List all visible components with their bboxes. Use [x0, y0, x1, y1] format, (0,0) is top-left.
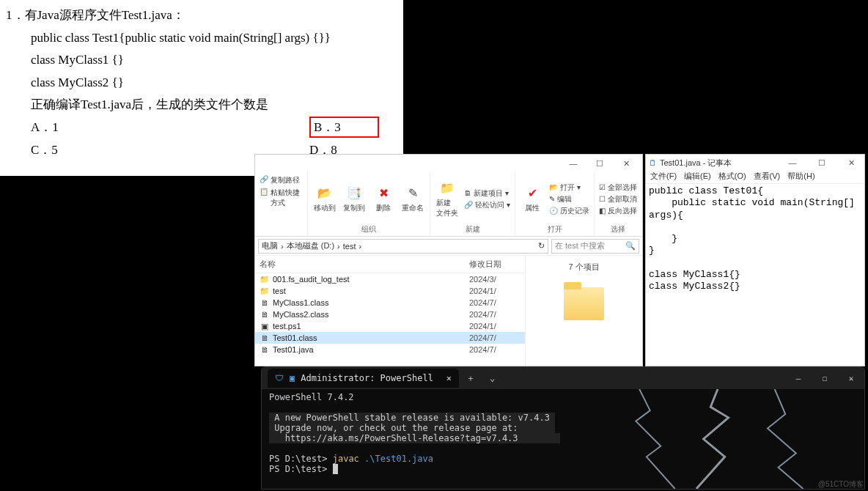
- explorer-ribbon: 🔗复制路径 📋粘贴快捷方式 📂移动到 📑复制到 ✖删除 ✎重命名 组织 📁新建 …: [255, 172, 642, 237]
- file-icon: 🗎: [260, 344, 270, 355]
- history-button[interactable]: 🕘历史记录: [549, 206, 589, 216]
- notepad-content[interactable]: public class Test01{ public static void …: [646, 184, 864, 294]
- move-to-button[interactable]: 📂移动到: [312, 185, 337, 213]
- new-tab-button[interactable]: ＋: [459, 372, 482, 385]
- close-button[interactable]: ✕: [838, 155, 864, 170]
- copy-path-btn[interactable]: 🔗复制路径: [260, 175, 300, 185]
- edit-button[interactable]: ✎编辑: [549, 194, 572, 204]
- question-prompt: 1．有Java源程序文件Test1.java：: [6, 4, 397, 27]
- minimize-button[interactable]: —: [779, 155, 806, 170]
- menu-help[interactable]: 帮助(H): [787, 171, 814, 183]
- open-button[interactable]: 📂打开 ▾: [549, 182, 581, 193]
- file-icon: 🗎: [260, 309, 270, 320]
- file-name: MyClass2.class: [273, 310, 469, 319]
- file-date: 2024/7/: [469, 298, 521, 307]
- terminal-body[interactable]: PowerShell 7.4.2 A new PowerShell stable…: [262, 389, 864, 489]
- maximize-button[interactable]: ☐: [812, 371, 838, 385]
- file-date: 2024/1/: [469, 287, 521, 295]
- properties-icon: ✔: [524, 185, 540, 202]
- select-none-button[interactable]: ☐全部取消: [599, 194, 637, 204]
- maximize-button[interactable]: ☐: [809, 155, 835, 170]
- file-row[interactable]: 🗎Test01.java2024/7/: [255, 344, 525, 355]
- terminal-tab[interactable]: 🛡 ▣ Administrator: PowerShell ✕: [268, 369, 459, 388]
- paste-shortcut-icon: 📋: [260, 188, 268, 208]
- item-count-label: 7 个项目: [568, 262, 599, 273]
- file-date: 2024/1/: [469, 322, 521, 331]
- rename-icon: ✎: [405, 185, 421, 202]
- code-line-2: class MyClass1 {}: [31, 49, 397, 72]
- code-line-3: class MyClass2 {}: [31, 72, 397, 95]
- search-input[interactable]: 在 test 中搜索 🔍: [551, 239, 639, 254]
- copy-to-icon: 📑: [346, 185, 362, 202]
- terminal-titlebar: 🛡 ▣ Administrator: PowerShell ✕ ＋ ⌄ — ☐ …: [262, 367, 864, 389]
- notepad-menubar: 文件(F) 编辑(E) 格式(O) 查看(V) 帮助(H): [646, 171, 864, 184]
- invert-icon: ◧: [599, 207, 606, 215]
- menu-format[interactable]: 格式(O): [718, 171, 746, 183]
- file-row[interactable]: 📁001.fs_audit_log_test2024/3/: [255, 273, 525, 285]
- close-button[interactable]: ✕: [838, 371, 864, 385]
- select-all-icon: ☑: [599, 183, 606, 191]
- file-name: Test01.class: [273, 333, 469, 342]
- preview-pane: 7 个项目: [525, 256, 642, 366]
- open-icon: 📂: [549, 183, 558, 191]
- folder-preview-icon: [564, 287, 604, 320]
- notepad-window: 🗒 Test01.java - 记事本 — ☐ ✕ 文件(F) 编辑(E) 格式…: [645, 154, 865, 366]
- search-placeholder: 在 test 中搜索: [555, 240, 605, 251]
- file-row[interactable]: 🗎Test01.class2024/7/: [255, 332, 525, 344]
- new-folder-button[interactable]: 📁新建 文件夹: [435, 180, 460, 218]
- delete-icon: ✖: [375, 185, 391, 202]
- file-name: test.ps1: [273, 322, 469, 331]
- tab-close-icon[interactable]: ✕: [446, 373, 452, 383]
- notepad-icon: 🗒: [649, 158, 657, 167]
- menu-file[interactable]: 文件(F): [650, 171, 677, 183]
- select-none-icon: ☐: [599, 195, 606, 203]
- history-icon: 🕘: [549, 207, 558, 215]
- powershell-icon: ▣: [290, 373, 295, 383]
- copy-path-icon: 🔗: [260, 175, 268, 185]
- file-date: 2024/3/: [469, 275, 521, 284]
- refresh-icon[interactable]: ↻: [538, 241, 545, 251]
- terminal-window: 🛡 ▣ Administrator: PowerShell ✕ ＋ ⌄ — ☐ …: [261, 366, 865, 490]
- shield-icon: 🛡: [275, 373, 284, 383]
- file-icon: 🗎: [260, 298, 270, 308]
- minimize-button[interactable]: —: [560, 156, 586, 171]
- delete-button[interactable]: ✖删除: [371, 185, 396, 213]
- file-date: 2024/7/: [469, 310, 521, 319]
- organize-group-label: 组织: [361, 223, 376, 236]
- copy-to-button[interactable]: 📑复制到: [342, 185, 367, 213]
- new-item-icon: 🗎: [464, 189, 471, 197]
- maximize-button[interactable]: ☐: [586, 156, 613, 171]
- new-item-button[interactable]: 🗎新建项目 ▾: [464, 188, 509, 199]
- file-row[interactable]: 🗎MyClass2.class2024/7/: [255, 309, 525, 320]
- menu-view[interactable]: 查看(V): [754, 171, 781, 183]
- option-b: B．3: [309, 117, 379, 139]
- file-name: MyClass1.class: [273, 298, 469, 307]
- file-date: 2024/7/: [469, 345, 521, 354]
- move-to-icon: 📂: [317, 185, 333, 202]
- open-group-label: 打开: [548, 223, 562, 236]
- breadcrumb[interactable]: 电脑› 本地磁盘 (D:)› test› ↻: [258, 239, 548, 254]
- column-name[interactable]: 名称: [260, 259, 469, 270]
- breadcrumb-part[interactable]: 电脑: [262, 240, 278, 251]
- invert-selection-button[interactable]: ◧反向选择: [599, 206, 637, 216]
- tab-title: Administrator: PowerShell: [301, 373, 433, 383]
- paste-shortcut-btn[interactable]: 📋粘贴快捷方式: [260, 188, 303, 208]
- close-button[interactable]: ✕: [613, 156, 639, 171]
- minimize-button[interactable]: —: [785, 371, 812, 385]
- menu-edit[interactable]: 编辑(E): [684, 171, 711, 183]
- file-list: 名称 修改日期 📁001.fs_audit_log_test2024/3/📁te…: [255, 256, 525, 366]
- option-a: A．1: [31, 117, 309, 139]
- easy-access-button[interactable]: 🔗轻松访问 ▾: [464, 200, 510, 210]
- select-all-button[interactable]: ☑全部选择: [599, 182, 637, 193]
- breadcrumb-part[interactable]: 本地磁盘 (D:): [287, 240, 334, 251]
- column-date[interactable]: 修改日期: [469, 259, 521, 270]
- properties-button[interactable]: ✔属性: [520, 185, 545, 213]
- terminal-output: PowerShell 7.4.2 A new PowerShell stable…: [269, 392, 857, 474]
- file-row[interactable]: ▣test.ps12024/1/: [255, 320, 525, 332]
- file-row[interactable]: 📁test2024/1/: [255, 285, 525, 297]
- file-row[interactable]: 🗎MyClass1.class2024/7/: [255, 297, 525, 309]
- breadcrumb-part[interactable]: test: [343, 242, 356, 251]
- search-icon: 🔍: [625, 241, 636, 251]
- tab-dropdown-icon[interactable]: ⌄: [482, 373, 502, 383]
- rename-button[interactable]: ✎重命名: [400, 185, 425, 213]
